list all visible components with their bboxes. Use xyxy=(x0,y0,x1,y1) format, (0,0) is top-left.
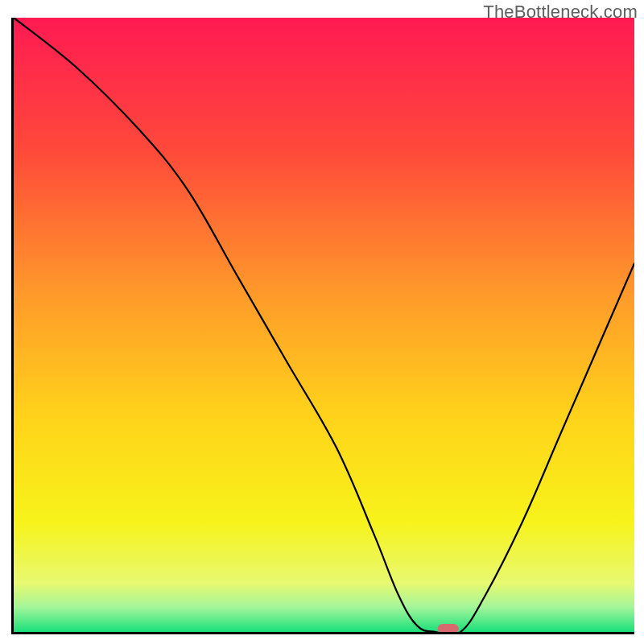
watermark: TheBottleneck.com xyxy=(483,2,638,23)
bottleneck-chart xyxy=(14,18,634,632)
plot-frame xyxy=(11,18,634,634)
chart-container: TheBottleneck.com xyxy=(0,0,644,644)
heatmap-background xyxy=(14,18,634,632)
optimal-marker xyxy=(438,624,459,632)
